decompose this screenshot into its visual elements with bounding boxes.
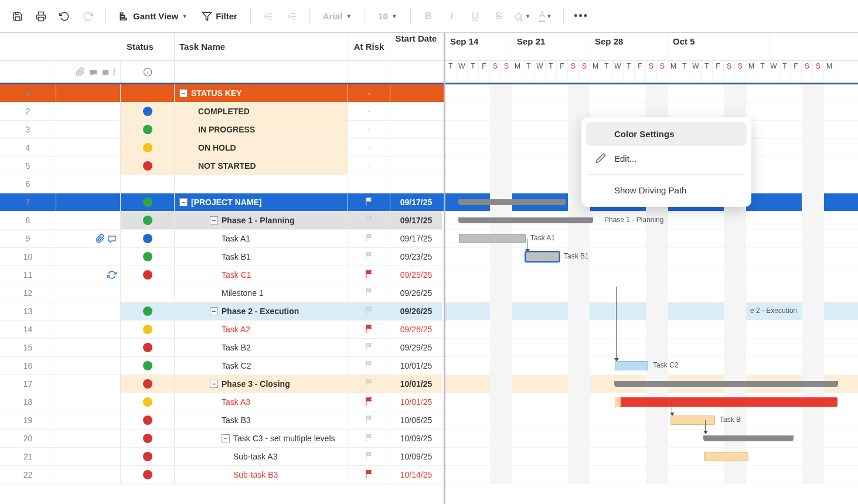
timeline-week-header[interactable]: Sep 21 [512, 33, 590, 60]
risk-flag[interactable] [365, 379, 373, 390]
grid-row[interactable]: 5 NOT STARTED - [0, 157, 444, 175]
risk-flag[interactable] [365, 251, 373, 263]
grid-row[interactable]: 17 −Phase 3 - Closing 10/01/25 [0, 375, 444, 393]
risk-cell[interactable] [348, 284, 390, 302]
gantt-bar[interactable] [526, 252, 559, 261]
date-cell[interactable] [390, 157, 442, 175]
status-cell[interactable] [121, 430, 175, 447]
date-cell[interactable]: 10/01/25 [390, 375, 442, 393]
row-number[interactable]: 18 [0, 393, 56, 411]
risk-cell[interactable] [348, 357, 390, 374]
task-cell[interactable]: −[PROJECT NAME] [175, 193, 348, 211]
grid-row[interactable]: 15 Task B2 09/29/25 [0, 339, 444, 357]
date-cell[interactable]: 10/09/25 [390, 430, 442, 447]
risk-cell[interactable] [348, 411, 390, 429]
timeline-week-header[interactable]: Sep 14 [445, 33, 512, 60]
task-cell[interactable]: Task B3 [175, 411, 348, 429]
risk-flag[interactable] [365, 415, 373, 426]
gantt-bar[interactable] [704, 435, 793, 441]
status-cell[interactable] [121, 284, 175, 302]
task-cell[interactable]: Task C2 [175, 357, 348, 374]
date-cell[interactable]: 09/26/25 [390, 321, 442, 338]
grid-row[interactable]: 19 Task B3 10/06/25 [0, 411, 444, 430]
gantt-bar[interactable] [670, 416, 715, 425]
date-cell[interactable]: 09/26/25 [390, 284, 442, 302]
status-cell[interactable] [121, 393, 175, 411]
risk-cell[interactable] [348, 466, 390, 483]
gantt-row[interactable] [445, 284, 858, 302]
risk-cell[interactable] [348, 430, 390, 447]
task-cell[interactable]: Task A2 [175, 321, 348, 338]
grid-row[interactable]: 12 Milestone 1 09/26/25 [0, 284, 444, 302]
date-cell[interactable]: 09/29/25 [390, 339, 442, 356]
grid-row[interactable]: 20 −Task C3 - set multiple levels 10/09/… [0, 430, 444, 448]
risk-flag[interactable] [365, 324, 373, 335]
task-cell[interactable]: ON HOLD [175, 139, 348, 156]
risk-flag[interactable] [365, 397, 373, 408]
risk-flag[interactable] [365, 270, 373, 281]
view-selector[interactable]: Gantt View ▼ [113, 6, 193, 27]
risk-cell[interactable] [348, 321, 390, 338]
gantt-bar[interactable] [459, 199, 565, 205]
gantt-row[interactable] [445, 393, 858, 411]
row-number[interactable]: 10 [0, 248, 56, 265]
refresh-icon[interactable] [107, 270, 117, 280]
gantt-bar[interactable] [615, 381, 837, 387]
row-number[interactable]: 22 [0, 466, 56, 483]
risk-flag[interactable] [365, 433, 373, 444]
status-cell[interactable] [121, 321, 175, 338]
task-cell[interactable]: COMPLETED [175, 103, 348, 120]
row-number[interactable]: 16 [0, 357, 56, 374]
date-cell[interactable]: 10/01/25 [390, 357, 442, 374]
grid-row[interactable]: 16 Task C2 10/01/25 [0, 357, 444, 375]
risk-flag[interactable] [365, 360, 373, 372]
row-number[interactable]: 11 [0, 266, 56, 284]
filter-button[interactable]: Filter [196, 6, 243, 27]
row-number[interactable]: 4 [0, 139, 56, 156]
status-cell[interactable] [121, 193, 175, 211]
date-cell[interactable] [390, 121, 442, 138]
date-cell[interactable]: 10/14/25 [390, 466, 442, 483]
status-cell[interactable] [121, 139, 175, 156]
date-cell[interactable]: 10/06/25 [390, 411, 442, 429]
comment-icon[interactable] [107, 234, 117, 243]
date-cell[interactable]: 09/17/25 [390, 193, 442, 211]
row-number[interactable]: 8 [0, 212, 56, 229]
risk-cell[interactable]: - [348, 84, 390, 102]
gantt-row[interactable] [445, 430, 858, 448]
gantt-row[interactable] [445, 321, 858, 339]
task-cell[interactable]: Task B2 [175, 339, 348, 356]
risk-cell[interactable] [348, 393, 390, 411]
status-cell[interactable] [121, 375, 175, 393]
date-cell[interactable]: 10/01/25 [390, 393, 442, 411]
grid-row[interactable]: 3 IN PROGRESS - [0, 121, 444, 139]
risk-cell[interactable]: - [348, 121, 390, 138]
row-number[interactable]: 17 [0, 375, 56, 393]
print-button[interactable] [30, 6, 52, 27]
gantt-row[interactable] [445, 466, 858, 484]
grid-row[interactable]: 18 Task A3 10/01/25 [0, 393, 444, 411]
risk-cell[interactable]: - [348, 103, 390, 120]
task-cell[interactable]: Task B1 [175, 248, 348, 265]
task-cell[interactable]: −Task C3 - set multiple levels [175, 430, 348, 447]
row-number[interactable]: 13 [0, 302, 56, 320]
date-cell[interactable]: 09/17/25 [390, 230, 442, 247]
grid-row[interactable]: 1 −STATUS KEY - [0, 84, 444, 103]
status-cell[interactable] [121, 84, 175, 102]
task-cell[interactable] [175, 175, 348, 193]
info-icon[interactable] [143, 67, 152, 77]
risk-flag[interactable] [365, 469, 373, 481]
gantt-bar[interactable] [459, 234, 526, 243]
collapse-toggle[interactable]: − [179, 89, 188, 97]
date-cell[interactable] [390, 103, 442, 120]
more-button[interactable]: ••• [571, 6, 592, 27]
status-cell[interactable] [121, 248, 175, 265]
task-cell[interactable]: Sub-task A3 [175, 448, 348, 465]
status-cell[interactable] [121, 411, 175, 429]
column-header-risk[interactable]: At Risk [348, 33, 390, 60]
gantt-bar[interactable] [615, 397, 837, 407]
risk-cell[interactable] [348, 230, 390, 247]
status-cell[interactable] [121, 302, 175, 320]
gantt-row[interactable]: Phase 1 - Planning [445, 212, 858, 230]
gantt-row[interactable] [445, 448, 858, 466]
